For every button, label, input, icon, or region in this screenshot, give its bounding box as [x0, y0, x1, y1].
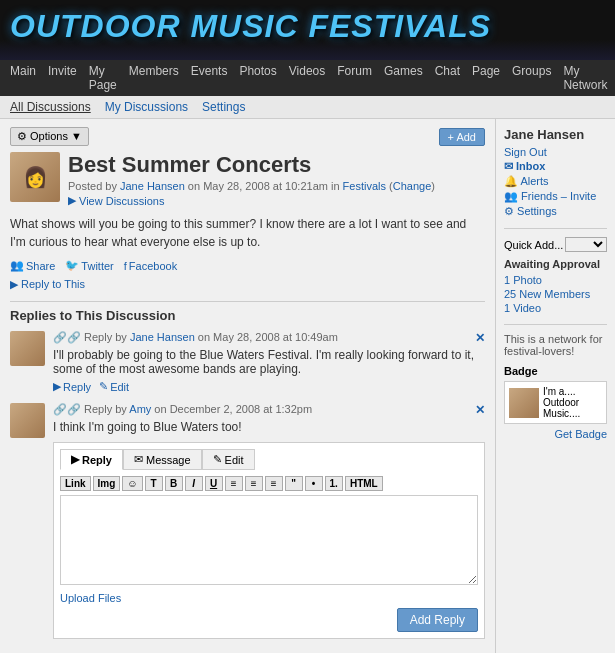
toolbar-link-btn[interactable]: Link — [60, 476, 91, 491]
toolbar-row: ⚙ Options ▼ + Add — [10, 127, 485, 146]
reply-1-edit-link[interactable]: ✎ Edit — [99, 380, 129, 393]
edit-icon: ✎ — [99, 380, 108, 393]
reply-2-avatar-image — [10, 403, 45, 438]
reply-1-close-button[interactable]: ✕ — [475, 331, 485, 345]
reply-2-author-link[interactable]: Amy — [129, 403, 151, 415]
post-category-link[interactable]: Festivals — [343, 180, 386, 192]
reply-2-content: 🔗🔗 Reply by Amy on December 2, 2008 at 1… — [53, 403, 485, 647]
get-badge-link[interactable]: Get Badge — [504, 428, 607, 440]
nav-events[interactable]: Events — [191, 64, 228, 92]
toolbar-quote-btn[interactable]: " — [285, 476, 303, 491]
nav-photos[interactable]: Photos — [239, 64, 276, 92]
nav-forum[interactable]: Forum — [337, 64, 372, 92]
sidebar-user-section: Jane Hansen Sign Out ✉ Inbox 🔔 Alerts 👥 … — [504, 127, 607, 229]
toolbar-numbered-btn[interactable]: 1. — [325, 476, 343, 491]
reply-tab-message[interactable]: ✉ Message — [123, 449, 202, 470]
nav-games[interactable]: Games — [384, 64, 423, 92]
sidebar-username: Jane Hansen — [504, 127, 607, 142]
sidebar-signout-link[interactable]: Sign Out — [504, 146, 607, 158]
post-author-avatar: 👩 — [10, 152, 60, 202]
reply-editor[interactable] — [60, 495, 478, 585]
reply-1-reply-link[interactable]: ▶ Reply — [53, 380, 91, 393]
view-discussions-link[interactable]: ▶ View Discussions — [68, 194, 435, 207]
toolbar-align-center-btn[interactable]: ≡ — [245, 476, 263, 491]
nav-mypage[interactable]: My Page — [89, 64, 117, 92]
options-button[interactable]: ⚙ Options ▼ — [10, 127, 89, 146]
reply-tab-edit[interactable]: ✎ Edit — [202, 449, 255, 470]
reply-box: ▶ Reply ✉ Message ✎ Edit Link — [53, 442, 485, 639]
facebook-icon: f — [124, 260, 127, 272]
network-message: This is a network for festival-lovers! — [504, 333, 607, 357]
nav-groups[interactable]: Groups — [512, 64, 551, 92]
toolbar-bullet-btn[interactable]: • — [305, 476, 323, 491]
twitter-label: Twitter — [81, 260, 113, 272]
post-change-link[interactable]: Change — [393, 180, 432, 192]
toolbar-italic-btn[interactable]: I — [185, 476, 203, 491]
facebook-label: Facebook — [129, 260, 177, 272]
sidebar-inbox-link[interactable]: ✉ Inbox — [504, 160, 607, 173]
nav-chat[interactable]: Chat — [435, 64, 460, 92]
post-info: Best Summer Concerts Posted by Jane Hans… — [68, 152, 435, 207]
link-icon: 🔗🔗 — [53, 331, 81, 343]
toolbar-img-btn[interactable]: Img — [93, 476, 121, 491]
facebook-link[interactable]: f Facebook — [124, 259, 177, 272]
toolbar-bold-btn[interactable]: B — [165, 476, 183, 491]
nav-page[interactable]: Page — [472, 64, 500, 92]
subnav-all-discussions[interactable]: All Discussions — [10, 100, 91, 114]
reply-tab-reply[interactable]: ▶ Reply — [60, 449, 123, 470]
reply-to-this-link[interactable]: ▶ Reply to This — [10, 278, 85, 290]
reply-1-body: I'll probably be going to the Blue Water… — [53, 348, 485, 376]
quick-add-select[interactable] — [565, 237, 607, 252]
quick-add-label: Quick Add... — [504, 239, 563, 251]
twitter-link[interactable]: 🐦 Twitter — [65, 259, 113, 272]
awaiting-header: Awaiting Approval — [504, 258, 607, 270]
reply-2-avatar — [10, 403, 45, 438]
badge-text: I'm a.... Outdoor Music.... — [543, 386, 602, 419]
editor-toolbar: Link Img ☺ T B I U ≡ ≡ ≡ " • 1. HTML — [60, 476, 478, 491]
sidebar-friends-link[interactable]: 👥 Friends – Invite — [504, 190, 607, 203]
nav-mynetwork[interactable]: My Network — [563, 64, 607, 92]
arrow-icon: ▶ — [68, 194, 76, 207]
reply-tab-arrow: ▶ — [71, 453, 79, 466]
awaiting-video-link[interactable]: 1 Video — [504, 302, 607, 314]
toolbar-t-btn[interactable]: T — [145, 476, 163, 491]
toolbar-emoji-btn[interactable]: ☺ — [122, 476, 142, 491]
toolbar-align-left-btn[interactable]: ≡ — [225, 476, 243, 491]
reply-tab-label: Reply — [82, 454, 112, 466]
awaiting-members-link[interactable]: 25 New Members — [504, 288, 607, 300]
reply-1-avatar — [10, 331, 45, 366]
nav-main[interactable]: Main — [10, 64, 36, 92]
add-reply-button[interactable]: Add Reply — [397, 608, 478, 632]
subnav-settings[interactable]: Settings — [202, 100, 245, 114]
site-header: OUTDOOR MUSIC FESTIVALS — [0, 0, 615, 60]
post-author-link[interactable]: Jane Hansen — [120, 180, 185, 192]
badge-card: I'm a.... Outdoor Music.... — [504, 381, 607, 424]
reply-2-meta: 🔗🔗 Reply by Amy on December 2, 2008 at 1… — [53, 403, 485, 416]
reply-1-author-link[interactable]: Jane Hansen — [130, 331, 195, 343]
main-nav: Main Invite My Page Members Events Photo… — [0, 60, 615, 96]
share-link[interactable]: 👥 Share — [10, 259, 55, 272]
toolbar-html-btn[interactable]: HTML — [345, 476, 383, 491]
nav-videos[interactable]: Videos — [289, 64, 325, 92]
edit-tab-label: Edit — [225, 454, 244, 466]
upload-files-link[interactable]: Upload Files — [60, 592, 478, 604]
reply-2-close-button[interactable]: ✕ — [475, 403, 485, 417]
toolbar-align-right-btn[interactable]: ≡ — [265, 476, 283, 491]
twitter-icon: 🐦 — [65, 259, 79, 272]
toolbar-underline-btn[interactable]: U — [205, 476, 223, 491]
sidebar-settings-link[interactable]: ⚙ Settings — [504, 205, 607, 218]
nav-members[interactable]: Members — [129, 64, 179, 92]
reply-box-tabs: ▶ Reply ✉ Message ✎ Edit — [60, 449, 478, 470]
add-button[interactable]: + Add — [439, 128, 485, 146]
reply-1-actions: ▶ Reply ✎ Edit — [53, 380, 485, 393]
sidebar-alerts-link[interactable]: 🔔 Alerts — [504, 175, 607, 188]
post-meta: Posted by Jane Hansen on May 28, 2008 at… — [68, 180, 435, 192]
reply-item: 🔗🔗 Reply by Amy on December 2, 2008 at 1… — [10, 403, 485, 647]
share-icon: 👥 — [10, 259, 24, 272]
subnav-my-discussions[interactable]: My Discussions — [105, 100, 188, 114]
main-content: ⚙ Options ▼ + Add 👩 Best Summer Concerts… — [0, 119, 495, 653]
awaiting-photo-link[interactable]: 1 Photo — [504, 274, 607, 286]
reply-2-body: I think I'm going to Blue Waters too! — [53, 420, 485, 434]
nav-invite[interactable]: Invite — [48, 64, 77, 92]
site-title: OUTDOOR MUSIC FESTIVALS — [10, 10, 605, 42]
